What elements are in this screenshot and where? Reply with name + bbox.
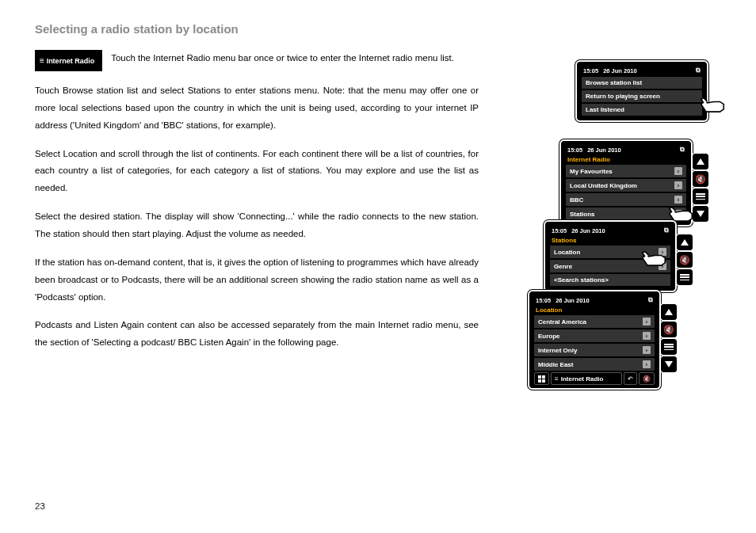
list-item[interactable]: Return to playing screen — [582, 90, 702, 102]
status-time: 15:05 — [536, 297, 551, 304]
status-date: 26 Jun 2010 — [556, 297, 590, 304]
list-item[interactable]: Middle East› — [534, 358, 655, 371]
screen-title: Stations — [548, 237, 672, 246]
chevron-right-icon: › — [643, 318, 651, 326]
mute-button[interactable]: 🔇 — [639, 372, 655, 385]
chevron-right-icon: › — [674, 181, 682, 189]
paragraph-4: Select the desired station. The display … — [35, 208, 479, 243]
chevron-right-icon: › — [674, 210, 682, 218]
wifi-icon: ⧉ — [648, 296, 653, 304]
internet-radio-pill: Internet Radio — [35, 50, 102, 71]
paragraph-1: Internet Radio Touch the Internet Radio … — [35, 50, 479, 71]
body-text: Internet Radio Touch the Internet Radio … — [35, 50, 479, 352]
chevron-right-icon: › — [659, 248, 666, 256]
menu-button[interactable] — [661, 339, 677, 355]
list-item[interactable]: <Search stations> — [550, 274, 670, 286]
list-item[interactable]: Browse station list — [582, 77, 702, 89]
status-time: 15:05 — [552, 227, 567, 234]
home-button[interactable] — [534, 372, 549, 385]
paragraph-3: Select Location and scroll through the l… — [35, 146, 479, 198]
wifi-icon: ⧉ — [664, 227, 669, 234]
chevron-right-icon: › — [643, 360, 651, 368]
list-item[interactable]: Location› — [550, 246, 670, 258]
menu-button[interactable] — [693, 188, 708, 204]
chevron-right-icon: › — [643, 346, 651, 354]
mode-bar[interactable]: ≡Internet Radio — [551, 372, 622, 385]
mute-button[interactable]: 🔇 — [693, 171, 708, 187]
page-heading: Selecting a radio station by location — [35, 22, 721, 36]
list-item[interactable]: Central America› — [534, 315, 655, 328]
chevron-right-icon: › — [674, 196, 682, 204]
paragraph-2: Touch Browse station list and select Sta… — [35, 82, 479, 135]
screen-location: 15:05 26 Jun 2010 ⧉ Location Central Ame… — [529, 291, 659, 388]
scroll-down-button[interactable] — [661, 356, 677, 372]
chevron-right-icon: › — [674, 167, 682, 175]
list-item[interactable]: Local United Kingdom› — [566, 179, 686, 192]
list-item[interactable]: Internet Only› — [534, 344, 655, 356]
wifi-icon: ⧉ — [696, 67, 701, 74]
scroll-up-button[interactable] — [661, 304, 677, 320]
menu-button[interactable] — [677, 269, 693, 285]
scroll-up-button[interactable] — [693, 154, 708, 169]
list-item[interactable]: Stations› — [566, 207, 686, 220]
screen-title: Internet Radio — [564, 156, 688, 165]
list-item[interactable]: Genre› — [550, 260, 670, 272]
status-time: 15:05 — [567, 147, 582, 154]
mute-button[interactable]: 🔇 — [661, 322, 677, 337]
wifi-icon: ⧉ — [680, 146, 685, 154]
status-date: 26 Jun 2010 — [571, 227, 605, 234]
status-time: 15:05 — [583, 67, 598, 74]
back-button[interactable]: ↶ — [624, 372, 637, 385]
page-number: 23 — [35, 501, 45, 511]
status-date: 26 Jun 2010 — [587, 147, 621, 154]
scroll-up-button[interactable] — [677, 234, 693, 250]
chevron-right-icon: › — [659, 262, 666, 270]
paragraph-6: Podcasts and Listen Again content can al… — [35, 317, 479, 352]
para1-text: Touch the Internet Radio menu bar once o… — [111, 53, 454, 63]
screen-browse: 15:05 26 Jun 2010 ⧉ Browse station list … — [577, 62, 707, 120]
paragraph-5: If the station has on-demand content, th… — [35, 254, 479, 306]
screen-stations: 15:05 26 Jun 2010 ⧉ Stations Location› G… — [545, 222, 675, 291]
screen-title: Location — [533, 306, 656, 315]
list-item[interactable]: Last listened — [582, 104, 702, 116]
status-date: 26 Jun 2010 — [603, 67, 637, 74]
mute-button[interactable]: 🔇 — [677, 252, 693, 268]
list-item[interactable]: Europe› — [534, 329, 655, 342]
scroll-down-button[interactable] — [693, 206, 708, 222]
list-item[interactable]: My Favourites› — [566, 165, 686, 177]
chevron-right-icon: › — [643, 332, 651, 340]
screen-internet-radio: 15:05 26 Jun 2010 ⧉ Internet Radio My Fa… — [561, 141, 691, 225]
list-item[interactable]: BBC› — [566, 193, 686, 206]
